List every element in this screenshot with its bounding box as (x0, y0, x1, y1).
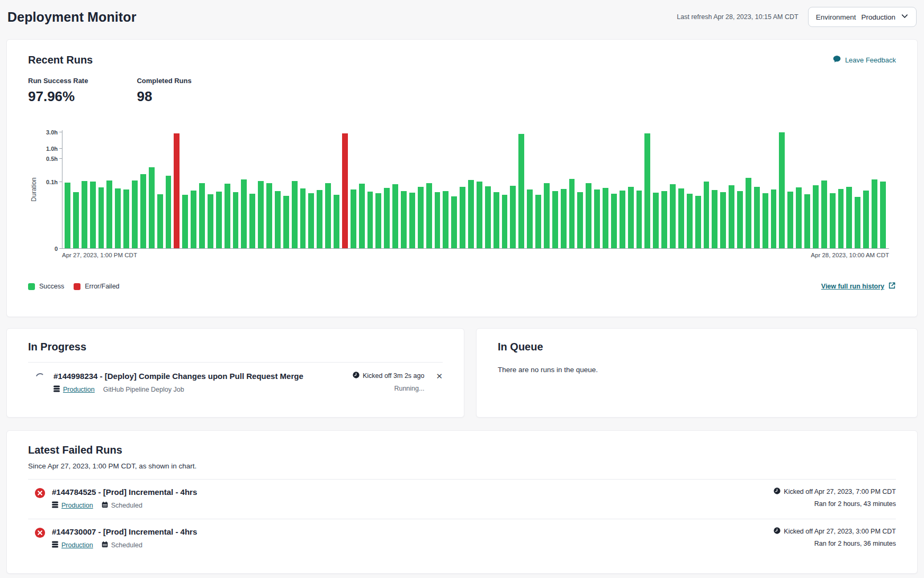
chart-bar-success[interactable] (502, 195, 508, 248)
chart-bar-success[interactable] (216, 192, 222, 248)
chart-bar-success[interactable] (737, 191, 743, 248)
environment-link[interactable]: Production (52, 501, 93, 510)
chart-bar-success[interactable] (351, 189, 356, 248)
chart-bar-success[interactable] (443, 191, 448, 248)
environment-link[interactable]: Production (53, 385, 95, 394)
chart-bar-success[interactable] (704, 182, 710, 248)
chart-bar-success[interactable] (485, 186, 491, 248)
chart-bar-success[interactable] (872, 179, 877, 248)
chart-bar-success[interactable] (418, 187, 424, 248)
chart-bar-success[interactable] (561, 189, 567, 248)
chart-bar-success[interactable] (166, 176, 172, 248)
chart-bar-success[interactable] (855, 197, 860, 248)
chart-bar-success[interactable] (384, 188, 390, 248)
chart-bar-success[interactable] (90, 182, 96, 248)
environment-dropdown[interactable]: Environment Production (808, 7, 917, 27)
chart-bar-success[interactable] (544, 183, 550, 248)
chart-bar-success[interactable] (720, 192, 726, 248)
chart-bar-success[interactable] (846, 187, 852, 248)
chart-bar-success[interactable] (628, 187, 634, 248)
chart-bar-success[interactable] (409, 193, 415, 248)
chart-bar-success[interactable] (603, 188, 608, 248)
chart-bar-success[interactable] (65, 183, 70, 248)
chart-bar-success[interactable] (863, 191, 869, 248)
chart-bar-success[interactable] (644, 133, 650, 248)
chart-bar-success[interactable] (292, 181, 298, 248)
chart-bar-success[interactable] (620, 191, 625, 248)
chart-bar-failed[interactable] (174, 133, 180, 248)
chart-bar-success[interactable] (275, 191, 281, 248)
chart-bar-success[interactable] (317, 190, 322, 248)
chart-bar-success[interactable] (208, 194, 213, 248)
chart-bar-success[interactable] (527, 189, 533, 248)
chart-bar-success[interactable] (283, 196, 289, 248)
chart-bar-success[interactable] (594, 189, 600, 248)
chart-bar-success[interactable] (821, 180, 827, 248)
chart-bar-success[interactable] (426, 183, 432, 248)
chart-bar-success[interactable] (746, 178, 751, 248)
chart-bar-success[interactable] (199, 183, 205, 248)
chart-bar-success[interactable] (712, 190, 717, 248)
chart-bar-success[interactable] (510, 186, 516, 248)
chart-bar-success[interactable] (577, 192, 583, 248)
chart-bar-success[interactable] (401, 191, 407, 248)
chart-bar-success[interactable] (661, 191, 667, 248)
chart-bar-success[interactable] (375, 193, 381, 249)
chart-bar-success[interactable] (729, 185, 734, 248)
chart-bar-success[interactable] (392, 184, 398, 248)
chart-bar-success[interactable] (880, 182, 886, 248)
chart-bar-success[interactable] (73, 192, 79, 248)
chart-bar-success[interactable] (460, 187, 465, 248)
chart-bar-success[interactable] (359, 184, 365, 248)
chart-bar-success[interactable] (796, 187, 802, 248)
chart-bar-success[interactable] (787, 192, 793, 248)
chart-bar-success[interactable] (98, 187, 104, 248)
chart-bar-success[interactable] (325, 183, 331, 248)
chart-bar-success[interactable] (678, 188, 684, 248)
chart-bar-success[interactable] (149, 167, 155, 248)
chart-bar-success[interactable] (140, 174, 146, 248)
chart-bar-success[interactable] (241, 179, 247, 248)
chart-bar-success[interactable] (249, 194, 255, 248)
chart-bar-success[interactable] (300, 188, 306, 248)
chart-bar-success[interactable] (779, 132, 785, 248)
chart-bar-success[interactable] (813, 185, 819, 248)
chart-bar-success[interactable] (477, 182, 482, 248)
close-icon[interactable]: ✕ (436, 372, 443, 380)
chart-bar-success[interactable] (182, 195, 188, 248)
chart-bar-success[interactable] (636, 191, 642, 248)
chart-bar-success[interactable] (123, 189, 129, 248)
leave-feedback-link[interactable]: Leave Feedback (832, 55, 896, 65)
chart-bar-success[interactable] (771, 189, 777, 248)
chart-bar-success[interactable] (334, 195, 339, 248)
chart-bar-success[interactable] (653, 193, 659, 248)
chart-bar-success[interactable] (518, 134, 524, 248)
environment-link[interactable]: Production (52, 541, 93, 549)
chart-bar-success[interactable] (552, 191, 558, 248)
chart-bar-failed[interactable] (342, 133, 348, 248)
chart-bar-success[interactable] (106, 180, 112, 248)
chart-bar-success[interactable] (695, 196, 701, 248)
chart-bar-success[interactable] (838, 189, 844, 248)
chart-bar-success[interactable] (191, 191, 196, 248)
chart-bar-success[interactable] (451, 196, 457, 248)
chart-bar-success[interactable] (611, 194, 617, 248)
chart-bar-success[interactable] (468, 180, 474, 248)
chart-bar-success[interactable] (804, 194, 810, 248)
chart-bar-success[interactable] (258, 181, 264, 248)
chart-bar-success[interactable] (225, 184, 230, 248)
chart-bar-success[interactable] (308, 193, 314, 249)
chart-bar-success[interactable] (367, 192, 373, 248)
chart-bar-success[interactable] (569, 179, 575, 248)
chart-bar-success[interactable] (535, 195, 541, 248)
chart-bar-success[interactable] (586, 183, 591, 248)
chart-bar-success[interactable] (157, 194, 163, 248)
chart-bar-success[interactable] (435, 192, 441, 248)
view-full-run-history-link[interactable]: View full run history (821, 282, 896, 291)
chart-bar-success[interactable] (670, 184, 676, 248)
chart-bar-success[interactable] (115, 188, 121, 248)
chart-bar-success[interactable] (762, 193, 768, 249)
chart-bar-success[interactable] (830, 193, 836, 248)
chart-bar-success[interactable] (233, 192, 239, 248)
chart-bar-success[interactable] (687, 194, 693, 248)
